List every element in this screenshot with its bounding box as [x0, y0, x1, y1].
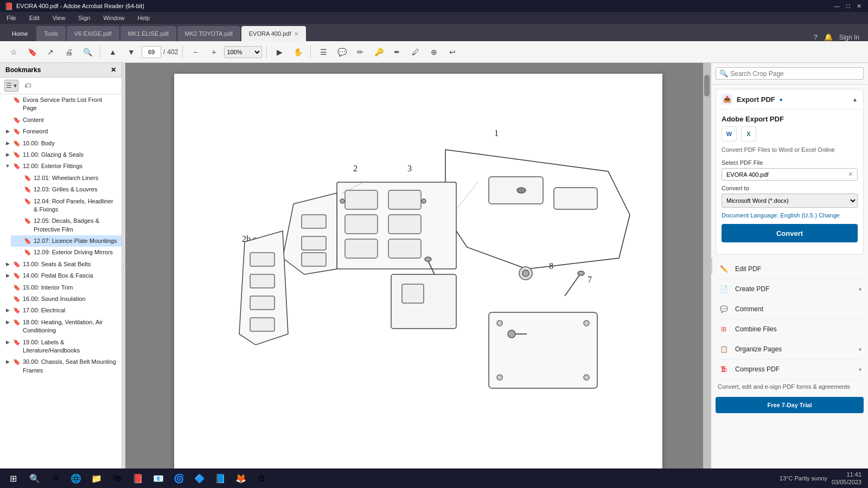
taskbar-word-icon[interactable]: 📘	[210, 470, 230, 487]
taskbar-acrobat-icon[interactable]: 📕	[128, 470, 148, 487]
expand-btn-heating[interactable]: ▶	[4, 319, 11, 325]
taskbar-fileexplorer-icon[interactable]: 📁	[87, 470, 106, 487]
bookmark-seats[interactable]: ▶ 🔖 13.00: Seats & Seat Belts	[0, 259, 122, 270]
toolbar-annot7-btn[interactable]: ⊕	[426, 44, 442, 60]
menu-file[interactable]: File	[4, 14, 18, 22]
toolbar-select-btn[interactable]: ▶	[271, 44, 288, 60]
help-icon[interactable]: ?	[813, 33, 817, 41]
bookmark-driving-mirrors[interactable]: 🔖 12.09: Exterior Driving Mirrors	[11, 247, 122, 258]
zoom-select[interactable]: 100% 75% 125% 150% 200% Fit Page	[224, 46, 262, 58]
expand-btn-seats[interactable]: ▶	[4, 261, 11, 267]
toolbar-prev-page-btn[interactable]: ▲	[105, 44, 121, 60]
free-trial-btn[interactable]: Free 7-Day Trial	[716, 397, 864, 413]
bookmark-front-page[interactable]: 🔖 Evora Service Parts List Front Page	[0, 94, 122, 114]
sidebar-bookmarkicon-btn[interactable]: 🏷	[21, 80, 35, 92]
bookmark-chassis[interactable]: ▶ 🔖 30.00: Chassis, Seat Belt Mounting F…	[0, 356, 122, 376]
toolbar-find-btn[interactable]: 🔍	[79, 44, 95, 60]
ae-file-clear-btn[interactable]: ✕	[848, 171, 853, 178]
taskbar-firefox-icon[interactable]: 🦊	[231, 470, 251, 487]
export-pdf-header[interactable]: 📤 Export PDF ● ▲	[716, 89, 863, 110]
bookmark-sound-insulation[interactable]: 🔖 16.00: Sound Insulation	[0, 293, 122, 305]
bookmark-decals[interactable]: 🔖 12.05: Decals, Badges & Protective Fil…	[11, 215, 122, 235]
toolbar-annot1-btn[interactable]: ☰	[315, 44, 331, 60]
bookmark-labels[interactable]: ▶ 🔖 19.00: Labels & Literature/Handbooks	[0, 337, 122, 357]
expand-btn-pedal[interactable]: ▶	[4, 272, 11, 279]
expand-btn-body[interactable]: ▶	[4, 140, 11, 146]
expand-btn-exterior[interactable]: ▼	[4, 163, 11, 169]
expand-btn-labels[interactable]: ▶	[4, 339, 11, 345]
bookmark-glazing[interactable]: ▶ 🔖 11.00: Glazing & Seals	[0, 149, 122, 160]
toolbar-print-btn[interactable]: 🖨	[61, 44, 77, 60]
right-panel-collapse-btn[interactable]: ▶	[711, 258, 712, 274]
page-number-input[interactable]	[142, 46, 161, 58]
taskbar-settings-icon[interactable]: ⚙	[252, 470, 271, 487]
tool-comment[interactable]: 💬 Comment	[716, 299, 864, 319]
expand-btn-electrical[interactable]: ▶	[4, 307, 11, 313]
bookmark-electrical[interactable]: ▶ 🔖 17.00: Electrical	[0, 305, 122, 316]
convert-btn[interactable]: Convert	[722, 224, 858, 242]
toolbar-next-page-btn[interactable]: ▼	[123, 44, 139, 60]
convert-to-select[interactable]: Microsoft Word (*.docx) Microsoft Excel …	[722, 194, 858, 208]
sidebar-listview-btn[interactable]: ☰ ▾	[4, 80, 18, 92]
bookmark-interior-trim[interactable]: 🔖 15.00: Interior Trim	[0, 282, 122, 293]
bookmark-wheelarch[interactable]: 🔖 12.01: Wheelarch Liners	[11, 172, 122, 184]
toolbar-undo-btn[interactable]: ↩	[444, 44, 461, 60]
expand-btn-chassis[interactable]: ▶	[4, 358, 11, 365]
bell-icon[interactable]: 🔔	[824, 33, 833, 41]
pdf-viewer[interactable]: 1 2 2a 2b,c 3 4 5 6 7 8 9	[125, 63, 711, 468]
bookmark-content[interactable]: 🔖 Content	[0, 114, 122, 126]
sidebar-close-btn[interactable]: ✕	[111, 66, 116, 74]
tool-create-pdf[interactable]: 📄 Create PDF ▾	[716, 279, 864, 299]
tab-v6exige[interactable]: V6 EXIGE.pdf	[67, 26, 119, 41]
tab-home[interactable]: Home	[4, 26, 35, 41]
bookmark-licence-plate[interactable]: 🔖 12.07: Licence Plate Mountings	[11, 235, 122, 247]
toolbar-annot4-btn[interactable]: 🔑	[371, 44, 387, 60]
tool-edit-pdf[interactable]: ✏️ Edit PDF	[716, 259, 864, 279]
taskbar-search-icon[interactable]: 🔍	[25, 470, 44, 487]
word-icon[interactable]: W	[722, 126, 737, 142]
toolbar-annot6-btn[interactable]: 🖊	[407, 44, 424, 60]
maximize-btn[interactable]: □	[844, 3, 852, 10]
toolbar-hand-btn[interactable]: ✋	[290, 44, 306, 60]
bookmark-exterior-fittings[interactable]: ▼ 🔖 12.00: Exterior Fittings	[0, 160, 122, 172]
taskbar-chrome-icon[interactable]: 🌀	[169, 470, 189, 487]
menu-edit[interactable]: Edit	[27, 14, 42, 22]
menu-sign[interactable]: Sign	[76, 14, 92, 22]
toolbar-share-btn[interactable]: ↗	[42, 44, 59, 60]
taskbar-store-icon[interactable]: 🛍	[107, 470, 127, 487]
menu-help[interactable]: Help	[136, 14, 152, 22]
excel-icon[interactable]: X	[741, 126, 756, 142]
toolbar-zoom-in-btn[interactable]: +	[206, 44, 222, 60]
export-pdf-expand-icon[interactable]: ▲	[852, 97, 858, 102]
tab-mk2toyota[interactable]: MK2 TOYOTA.pdf	[177, 26, 240, 41]
toolbar-zoom-out-btn[interactable]: −	[187, 44, 203, 60]
toolbar-annot3-btn[interactable]: ✏	[352, 44, 368, 60]
close-btn[interactable]: ✕	[854, 3, 864, 10]
menu-window[interactable]: Window	[101, 14, 126, 22]
toolbar-annot2-btn[interactable]: 💬	[334, 44, 350, 60]
tab-close-icon[interactable]: ✕	[294, 31, 298, 37]
expand-btn-foreword[interactable]: ▶	[4, 128, 11, 134]
bookmark-grilles[interactable]: 🔖 12.03: Grilles & Louvres	[11, 184, 122, 195]
taskbar-outlook-icon[interactable]: 📧	[149, 470, 168, 487]
taskbar-edge2-icon[interactable]: 🔷	[190, 470, 209, 487]
tab-mk1elise[interactable]: MK1 ELISE.pdf	[120, 26, 176, 41]
search-input[interactable]	[730, 70, 860, 78]
bookmark-heating[interactable]: ▶ 🔖 18.00: Heating, Ventilation, Air Con…	[0, 317, 122, 337]
tool-organize-pages[interactable]: 📋 Organize Pages ▾	[716, 339, 864, 359]
tab-evora400[interactable]: EVORA 400.pdf ✕	[241, 26, 307, 41]
bookmark-pedal-box[interactable]: ▶ 🔖 14.00: Pedal Box & Fascia	[0, 270, 122, 281]
menu-view[interactable]: View	[50, 14, 68, 22]
bookmark-body[interactable]: ▶ 🔖 10.00: Body	[0, 138, 122, 149]
pdf-scrollbar[interactable]	[703, 63, 711, 468]
toolbar-bookmark-btn[interactable]: 🔖	[24, 44, 40, 60]
toolbar-save-btn[interactable]: ☆	[5, 44, 22, 60]
title-bar-controls[interactable]: — □ ✕	[832, 3, 864, 10]
doc-language-change-link[interactable]: Change	[819, 212, 840, 219]
tool-combine-files[interactable]: ⊞ Combine Files	[716, 319, 864, 339]
taskbar-edge-icon[interactable]: 🌐	[66, 470, 86, 487]
taskbar-taskview-icon[interactable]: ⧉	[46, 470, 65, 487]
toolbar-annot5-btn[interactable]: ✒	[389, 44, 405, 60]
tab-tools[interactable]: Tools	[36, 26, 66, 41]
taskbar-start-btn[interactable]: ⊞	[2, 470, 24, 487]
